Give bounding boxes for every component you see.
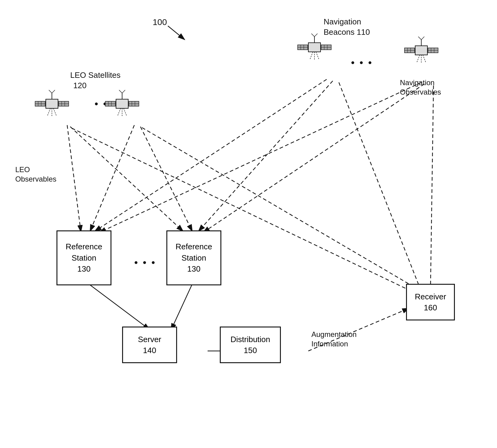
- distribution-label: Distribution150: [230, 334, 270, 356]
- svg-line-15: [171, 284, 192, 330]
- svg-line-12: [72, 128, 415, 293]
- diagram-arrow: [165, 23, 189, 41]
- ref-station-dots: • • •: [134, 256, 156, 269]
- svg-line-76: [417, 55, 420, 63]
- svg-rect-19: [46, 99, 58, 108]
- svg-line-63: [316, 52, 319, 60]
- svg-line-45: [122, 90, 125, 93]
- receiver-label: Receiver160: [415, 291, 446, 313]
- augmentation-info-label: Augmentation Information: [311, 330, 357, 349]
- leo-observables-label: LEO Observables: [15, 165, 56, 184]
- svg-line-44: [119, 90, 122, 93]
- svg-line-7: [198, 81, 333, 231]
- svg-line-2: [67, 125, 81, 232]
- svg-rect-64: [415, 46, 427, 55]
- svg-line-14: [89, 284, 150, 330]
- svg-line-46: [118, 108, 121, 116]
- leo-satellite-right: [104, 87, 140, 124]
- svg-line-78: [423, 55, 426, 63]
- svg-line-9: [203, 84, 424, 233]
- nav-dots: • • •: [351, 56, 373, 69]
- nav-beacon-satellite-right: [403, 34, 440, 70]
- ref-station-right-label: ReferenceStation130: [176, 241, 212, 274]
- svg-line-31: [47, 108, 50, 116]
- svg-line-75: [421, 37, 424, 40]
- svg-line-10: [339, 82, 421, 291]
- server-label: Server140: [138, 334, 161, 356]
- svg-line-48: [124, 108, 127, 116]
- svg-rect-49: [308, 43, 321, 52]
- svg-line-29: [49, 90, 52, 93]
- ref-station-left-label: ReferenceStation130: [66, 241, 102, 274]
- nav-beacon-satellite-left: [296, 31, 333, 67]
- svg-line-4: [90, 125, 134, 231]
- svg-line-74: [418, 37, 421, 40]
- svg-line-61: [310, 52, 313, 60]
- ref-station-right-box: ReferenceStation130: [166, 230, 221, 285]
- server-box: Server140: [122, 327, 177, 363]
- nav-observables-label: Navigation Observables: [400, 78, 441, 97]
- svg-line-60: [314, 34, 317, 37]
- distribution-box: Distribution150: [220, 327, 281, 363]
- leo-satellite-left: [34, 87, 70, 124]
- receiver-box: Receiver160: [406, 284, 455, 320]
- ref-station-left-box: ReferenceStation130: [56, 230, 111, 285]
- svg-line-30: [52, 90, 55, 93]
- svg-line-11: [430, 85, 434, 291]
- diagram-container: 100 LEO Satellites 120 Navigation Beacon…: [0, 0, 497, 448]
- svg-rect-34: [116, 99, 128, 108]
- svg-line-18: [168, 26, 185, 40]
- svg-line-8: [99, 82, 421, 233]
- svg-line-33: [53, 108, 56, 116]
- svg-line-59: [311, 34, 314, 37]
